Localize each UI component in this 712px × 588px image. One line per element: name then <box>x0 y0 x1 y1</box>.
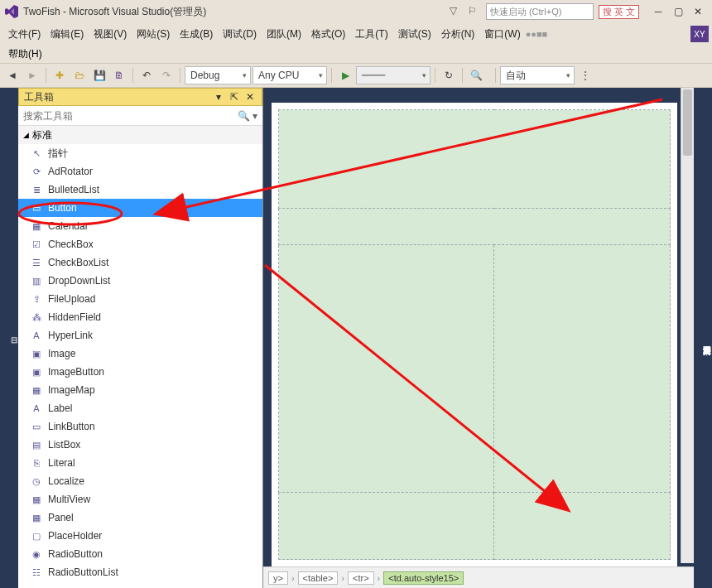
toolbox-item-checkbox[interactable]: ☑CheckBox <box>18 235 262 253</box>
ime-badge[interactable]: 搜 英 文 <box>599 5 639 19</box>
filter-icon[interactable]: ▽ <box>450 5 463 18</box>
find-button[interactable]: 🔍 <box>467 66 485 84</box>
toolbox-item-label[interactable]: ALabel <box>18 399 262 417</box>
adrotator-icon: ⟳ <box>30 165 43 178</box>
toolbox-item-placeholder[interactable]: ▢PlaceHolder <box>18 527 262 545</box>
toolbox-item-imagemap[interactable]: ▦ImageMap <box>18 381 262 399</box>
redo-button[interactable]: ↷ <box>157 66 176 84</box>
left-tab-strip[interactable]: ⊟ <box>0 88 18 588</box>
toolbox-item-panel[interactable]: ▦Panel <box>18 508 262 527</box>
close-button[interactable]: ✕ <box>689 3 707 20</box>
crumb-table[interactable]: <table> <box>298 571 339 585</box>
menu-edit[interactable]: 编辑(E) <box>46 26 89 43</box>
toolbox-item-dropdownlist[interactable]: ▥DropDownList <box>18 272 262 290</box>
toolbox-item-adrotator[interactable]: ⟳AdRotator <box>18 162 262 181</box>
menu-team[interactable]: 团队(M) <box>262 26 306 43</box>
toolbox-item-multiview[interactable]: ▦MultiView <box>18 490 262 508</box>
toolbox-item-指针[interactable]: ↖指针 <box>18 144 262 162</box>
radiobutton-icon: ◉ <box>30 547 43 561</box>
crumb-tr[interactable]: <tr> <box>348 571 374 585</box>
multiview-icon: ▦ <box>30 493 43 506</box>
toolbox-search-input[interactable] <box>23 110 238 122</box>
menu-window[interactable]: 窗口(W) <box>479 26 525 43</box>
panel-close-button[interactable]: ✕ <box>243 90 257 104</box>
flag-icon[interactable]: ⚐ <box>468 5 481 18</box>
platform-combo[interactable]: Any CPU <box>253 66 327 84</box>
tag-breadcrumb: y> › <table> › <tr> › <td.auto-style15> <box>263 566 694 588</box>
toolbox-item-label: Button <box>48 202 77 214</box>
vertical-scrollbar[interactable] <box>681 88 694 563</box>
crumb-td-active[interactable]: <td.auto-style15> <box>383 571 464 585</box>
nav-back-button[interactable]: ◄ <box>3 66 22 84</box>
browser-link-button[interactable]: ↻ <box>440 66 458 84</box>
toolbox-item-button[interactable]: ▭Button <box>18 199 262 217</box>
save-button[interactable]: 💾 <box>90 66 108 84</box>
toolbox-item-fileupload[interactable]: ⇪FileUpload <box>18 290 262 308</box>
menu-test[interactable]: 测试(S) <box>393 26 436 43</box>
undo-button[interactable]: ↶ <box>137 66 156 84</box>
designer-area: y> › <table> › <tr> › <td.auto-style15> <box>263 88 694 588</box>
listbox-icon: ▤ <box>30 438 43 451</box>
toolbox-item-hiddenfield[interactable]: ⁂HiddenField <box>18 308 262 326</box>
menu-tools[interactable]: 工具(T) <box>350 26 392 43</box>
crumb-y[interactable]: y> <box>268 571 288 585</box>
fileupload-icon: ⇪ <box>30 292 43 306</box>
literal-icon: ⎘ <box>30 456 43 470</box>
toolbox-item-checkboxlist[interactable]: ☰CheckBoxList <box>18 253 262 272</box>
toolbox-item-listbox[interactable]: ▤ListBox <box>18 436 262 454</box>
localize-icon: ◷ <box>30 475 43 488</box>
user-badge[interactable]: XY <box>690 26 709 42</box>
toolbox-item-calendar[interactable]: ▦Calendar <box>18 217 262 235</box>
menu-view[interactable]: 视图(V) <box>89 26 132 43</box>
toolbox-item-label: Localize <box>48 475 84 487</box>
toolbox-item-image[interactable]: ▣Image <box>18 345 262 363</box>
minimize-button[interactable]: ─ <box>649 3 667 20</box>
toolbox-item-label: HyperLink <box>48 330 93 341</box>
toolbox-title: 工具箱 <box>24 90 209 104</box>
toolbox-item-imagebutton[interactable]: ▣ImageButton <box>18 363 262 381</box>
auto-combo[interactable]: 自动 <box>500 66 575 84</box>
standard-toolbar: ◄ ► ✚ 🗁 💾 🗎 ↶ ↷ Debug Any CPU ▶ ━━━━ ↻ 🔍… <box>0 63 712 88</box>
menu-bar-row2: 帮助(H) <box>0 45 712 63</box>
toolbox-item-radiobuttonlist[interactable]: ☷RadioButtonList <box>18 563 262 581</box>
search-icon[interactable]: 🔍 ▾ <box>238 110 257 122</box>
save-all-button[interactable]: 🗎 <box>110 66 128 84</box>
chevron-right-icon: › <box>291 573 295 583</box>
toolbox-item-localize[interactable]: ◷Localize <box>18 472 262 490</box>
toolbox-item-linkbutton[interactable]: ▭LinkButton <box>18 417 262 436</box>
design-surface[interactable] <box>272 103 677 566</box>
maximize-button[interactable]: ▢ <box>669 3 687 20</box>
start-target-combo[interactable]: ━━━━ <box>356 66 431 84</box>
chevron-right-icon: › <box>341 573 344 583</box>
category-label: 标准 <box>32 128 52 142</box>
toolbox-category-standard[interactable]: ◢ 标准 <box>18 126 262 144</box>
menu-build[interactable]: 生成(B) <box>175 26 218 43</box>
toolbox-item-radiobutton[interactable]: ◉RadioButton <box>18 545 262 563</box>
menu-debug[interactable]: 调试(D) <box>218 26 262 43</box>
open-button[interactable]: 🗁 <box>70 66 89 84</box>
toolbox-item-label: DropDownList <box>48 275 110 287</box>
checkboxlist-icon: ☰ <box>30 256 43 269</box>
panel-options-button[interactable]: ▾ <box>212 90 225 104</box>
new-project-button[interactable]: ✚ <box>51 66 69 84</box>
toolbox-item-label: RadioButton <box>48 548 103 560</box>
menu-file[interactable]: 文件(F) <box>3 26 46 43</box>
toolbox-item-literal[interactable]: ⎘Literal <box>18 454 262 472</box>
panel-pin-button[interactable]: ⇱ <box>228 90 241 104</box>
imagebutton-icon: ▣ <box>30 365 43 378</box>
nav-forward-button[interactable]: ► <box>23 66 41 84</box>
toolbox-header: 工具箱 ▾ ⇱ ✕ <box>18 88 262 106</box>
notification-indicator[interactable]: ●●■■ <box>526 29 548 39</box>
menu-help[interactable]: 帮助(H) <box>3 46 47 63</box>
menu-format[interactable]: 格式(O) <box>306 26 350 43</box>
toolbox-item-bulletedlist[interactable]: ≣BulletedList <box>18 181 262 199</box>
menu-website[interactable]: 网站(S) <box>132 26 175 43</box>
toolbox-item-hyperlink[interactable]: AHyperLink <box>18 326 262 345</box>
placeholder-icon: ▢ <box>30 529 43 542</box>
menu-analyze[interactable]: 分析(N) <box>436 26 480 43</box>
solution-config-combo[interactable]: Debug <box>185 66 251 84</box>
right-tab-strip: 解决方案资源管理器 团队资源管理器 属性 <box>694 88 712 588</box>
toolbar-overflow-button[interactable]: ⋮ <box>576 66 594 84</box>
quick-launch-input[interactable]: 快速启动 (Ctrl+Q) <box>486 3 594 20</box>
start-debug-button[interactable]: ▶ <box>336 66 354 84</box>
